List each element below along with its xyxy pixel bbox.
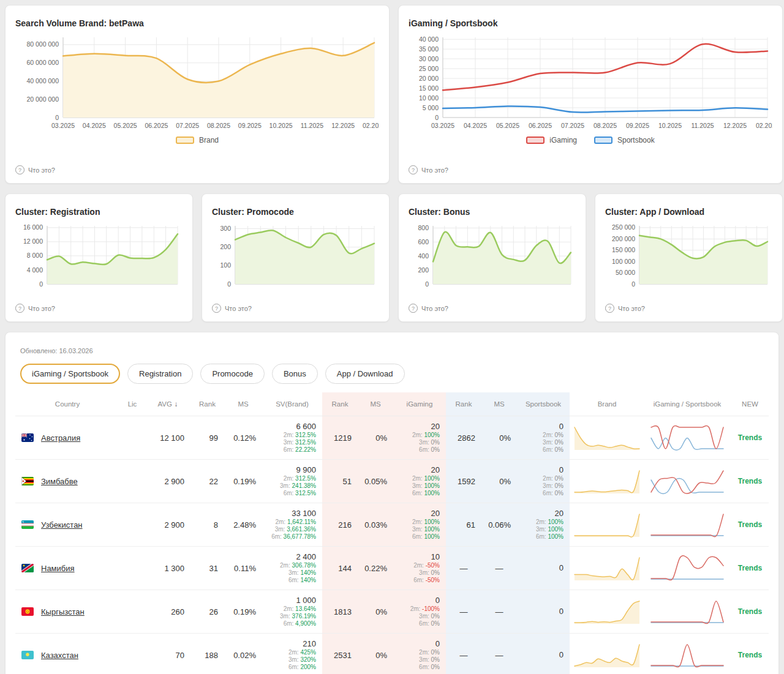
country-flag-icon <box>21 520 34 529</box>
question-icon: ? <box>409 304 418 313</box>
period-change: 3m: 0% <box>419 439 440 446</box>
period-change: 6m: 36,677.78% <box>271 533 316 541</box>
what-is-this-link[interactable]: ? Что это? <box>212 304 252 313</box>
what-is-this-link[interactable]: ? Что это? <box>15 304 55 313</box>
cluster-promocode-chart: 0100200300 <box>212 223 379 289</box>
igaming-rank-cell: 51 <box>322 460 358 503</box>
igaming-ms-cell: 0% <box>358 416 393 459</box>
cell-main-value: 10 <box>431 552 440 561</box>
country-link[interactable]: Кыргызстан <box>41 607 85 616</box>
cluster-bonus-card: Cluster: Bonus 0200400600800 ? Что это? <box>398 193 586 322</box>
svg-text:10.2025: 10.2025 <box>658 122 682 129</box>
brand-chart: 020 000 00040 000 00060 000 00080 000 00… <box>15 34 379 131</box>
period-change: 3m: 320% <box>288 656 316 664</box>
tab-app-download[interactable]: App / Download <box>325 364 405 384</box>
sv-brand-cell: 6 6002m: 312.5%3m: 312.5%6m: 22.22% <box>262 416 322 459</box>
question-icon: ? <box>212 304 221 313</box>
svg-text:60 000 000: 60 000 000 <box>26 59 59 66</box>
svg-text:5 000: 5 000 <box>423 104 439 111</box>
country-link[interactable]: Узбекистан <box>41 520 83 530</box>
trends-link[interactable]: Trends <box>738 477 762 485</box>
sportsbook-cell: 0 <box>517 547 570 590</box>
avg-cell: 2 900 <box>145 460 190 503</box>
igaming-cell: 202m: 100%3m: 100%6m: 100% <box>393 460 446 503</box>
igaming-rank-cell: 2531 <box>322 634 358 674</box>
igaming-ms-cell: 0.03% <box>358 503 393 546</box>
lic-cell <box>119 503 145 546</box>
rank-cell: 22 <box>190 460 224 503</box>
help-label: Что это? <box>28 167 55 174</box>
sportsbook-rank-cell: 2862 <box>446 416 481 459</box>
igaming-sportsbook-sparkline <box>644 634 730 674</box>
cluster-promocode-title: Cluster: Promocode <box>212 207 379 217</box>
trends-link[interactable]: Trends <box>738 433 762 442</box>
igaming-cell: 202m: 100%3m: 100%6m: 100% <box>393 503 446 546</box>
igaming-sportsbook-sparkline <box>644 416 730 459</box>
country-cell: Узбекистан <box>15 503 119 546</box>
svg-text:80 000 000: 80 000 000 <box>26 40 59 48</box>
lic-cell <box>119 416 145 459</box>
tab-igaming-sportsbook[interactable]: iGaming / Sportsbook <box>20 364 120 384</box>
country-link[interactable]: Зимбабве <box>41 477 78 486</box>
top-charts-row: Search Volume Brand: betPawa 020 000 000… <box>5 5 779 184</box>
what-is-this-link[interactable]: ? Что это? <box>409 165 448 174</box>
igaming-sportsbook-sparkline <box>644 547 730 590</box>
table-row: Австралия12 100990.12%6 6002m: 312.5%3m:… <box>15 416 769 460</box>
cell-main-value: 210 <box>303 639 316 648</box>
avg-cell: 70 <box>145 634 190 674</box>
svg-text:4 000: 4 000 <box>27 266 43 274</box>
lic-cell <box>119 460 145 503</box>
country-link[interactable]: Намибия <box>41 564 75 573</box>
what-is-this-link[interactable]: ? Что это? <box>605 304 645 313</box>
igaming-rank-cell: 1813 <box>322 590 358 633</box>
svg-text:07.2025: 07.2025 <box>561 122 584 129</box>
trends-link[interactable]: Trends <box>738 607 762 616</box>
cluster-tabs: iGaming / SportsbookRegistrationPromocod… <box>15 364 769 384</box>
column-header-igaming: iGaming <box>393 392 446 416</box>
help-label: Что это? <box>421 167 448 174</box>
sportsbook-ms-cell: 0% <box>481 416 517 459</box>
trends-link[interactable]: Trends <box>738 651 762 659</box>
svg-text:04.2025: 04.2025 <box>464 122 487 129</box>
period-change: 2m: 425% <box>288 649 316 656</box>
svg-text:02.2026: 02.2026 <box>756 122 772 129</box>
country-cell: Кыргызстан <box>15 590 119 633</box>
what-is-this-link[interactable]: ? Что это? <box>15 165 55 174</box>
period-change: 2m: 1,642.11% <box>275 519 316 526</box>
column-header-avg[interactable]: AVG↓ <box>145 392 190 416</box>
ms-cell: 0.12% <box>224 416 262 459</box>
brand-sparkline <box>570 460 644 503</box>
legend-swatch <box>594 137 612 144</box>
period-change: 2m: 312.5% <box>284 432 316 439</box>
brand-sparkline <box>570 503 644 546</box>
tab-registration[interactable]: Registration <box>127 364 193 384</box>
svg-text:20 000 000: 20 000 000 <box>26 95 59 103</box>
cluster-registration-card: Cluster: Registration 04 0008 00012 0001… <box>5 193 193 322</box>
igaming-sportsbook-chart-card: iGaming / Sportsbook 05 00010 00015 0002… <box>398 5 783 184</box>
igaming-rank-cell: 1219 <box>322 416 358 459</box>
period-change: 3m: 3,661.36% <box>275 526 316 533</box>
brand-chart-legend: Brand <box>15 136 379 144</box>
period-change: 6m: 100% <box>412 533 440 541</box>
trends-link[interactable]: Trends <box>738 520 762 529</box>
legend-item[interactable]: iGaming <box>526 136 577 144</box>
period-change: 3m: 0% <box>543 439 564 446</box>
svg-text:600: 600 <box>418 238 429 245</box>
sportsbook-ms-cell: 0.06% <box>481 503 517 546</box>
legend-item[interactable]: Brand <box>176 136 219 144</box>
what-is-this-link[interactable]: ? Что это? <box>409 304 448 313</box>
igaming-sportsbook-sparkline <box>644 503 730 546</box>
tab-promocode[interactable]: Promocode <box>200 364 264 384</box>
sportsbook-cell: 02m: 0%3m: 0%6m: 0% <box>517 460 570 503</box>
tab-bonus[interactable]: Bonus <box>272 364 318 384</box>
country-link[interactable]: Австралия <box>41 433 80 443</box>
column-header-ms: MS <box>481 392 517 416</box>
ms-cell: 0.19% <box>224 590 262 633</box>
country-cell: Казахстан <box>15 634 119 674</box>
trends-link[interactable]: Trends <box>738 564 762 572</box>
country-link[interactable]: Казахстан <box>41 651 78 660</box>
svg-text:10.2025: 10.2025 <box>270 122 293 129</box>
svg-text:04.2025: 04.2025 <box>83 122 106 129</box>
country-flag-icon <box>21 477 34 485</box>
legend-item[interactable]: Sportsbook <box>594 136 655 144</box>
